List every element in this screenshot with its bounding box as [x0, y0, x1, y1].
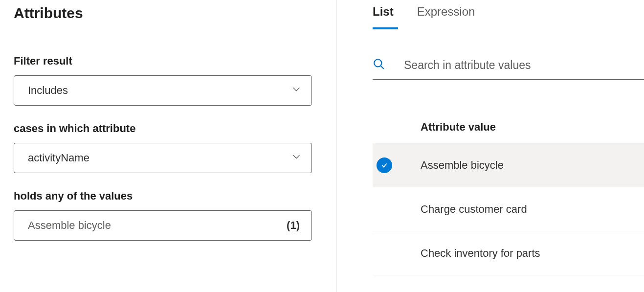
holds-values-count: (1): [287, 219, 300, 232]
attribute-value-header: Attribute value: [421, 121, 644, 134]
tab-expression[interactable]: Expression: [417, 5, 475, 29]
cases-attribute-group: cases in which attribute activityName: [14, 122, 321, 173]
filter-result-value: Includes: [28, 84, 68, 97]
list-item-label: Check inventory for parts: [421, 247, 540, 260]
list-item-label: Assemble bicycle: [421, 159, 504, 172]
chevron-down-icon: [291, 151, 302, 165]
check-icon: [377, 246, 392, 261]
holds-values-group: holds any of the values Assemble bicycle…: [14, 190, 321, 241]
list-item-label: Charge customer card: [421, 203, 527, 216]
list-item[interactable]: Charge customer card: [373, 187, 644, 231]
values-pane: List Expression Attribute value Assemble…: [336, 0, 644, 292]
cases-attribute-value: activityName: [28, 152, 89, 164]
holds-values-box[interactable]: Assemble bicycle (1): [14, 210, 312, 241]
list-item[interactable]: Assemble bicycle: [373, 143, 644, 187]
tabs: List Expression: [373, 5, 644, 29]
chevron-down-icon: [291, 84, 302, 97]
check-icon: [377, 202, 392, 217]
tab-list[interactable]: List: [373, 5, 394, 29]
svg-point-0: [374, 59, 381, 67]
cases-attribute-label: cases in which attribute: [14, 122, 321, 135]
filter-result-group: Filter result Includes: [14, 55, 321, 106]
page-title: Attributes: [14, 5, 321, 22]
holds-values-label: holds any of the values: [14, 190, 321, 202]
attributes-pane: Attributes Filter result Includes cases …: [0, 0, 336, 292]
search-input[interactable]: [404, 59, 644, 72]
filter-result-label: Filter result: [14, 55, 321, 67]
holds-values-text: Assemble bicycle: [28, 219, 111, 232]
list-item[interactable]: Check inventory for parts: [373, 231, 644, 275]
search-bar: [373, 58, 644, 80]
search-icon: [373, 58, 385, 72]
attribute-value-list: Assemble bicycle Charge customer card Ch…: [373, 143, 644, 275]
filter-result-dropdown[interactable]: Includes: [14, 75, 312, 106]
svg-line-1: [380, 66, 384, 69]
cases-attribute-dropdown[interactable]: activityName: [14, 143, 312, 173]
check-icon: [377, 157, 392, 173]
